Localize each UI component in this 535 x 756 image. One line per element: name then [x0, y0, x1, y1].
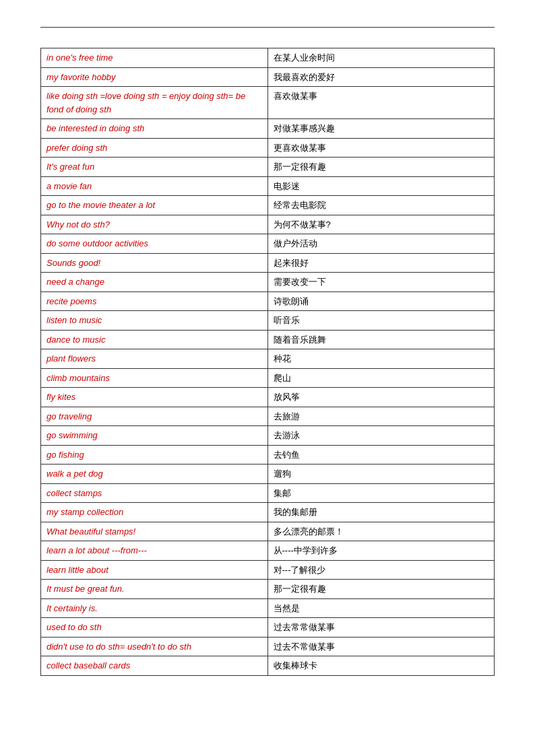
chinese-translation: 过去不常做某事	[268, 637, 495, 656]
english-phrase: listen to music	[41, 311, 268, 331]
table-row: a movie fan电影迷	[41, 176, 495, 196]
top-divider	[40, 27, 495, 28]
english-phrase: plant flowers	[41, 349, 268, 369]
chinese-translation: 诗歌朗诵	[268, 291, 495, 311]
english-phrase: collect stamps	[41, 483, 268, 503]
english-phrase: walk a pet dog	[41, 465, 268, 484]
table-row: It must be great fun.那一定很有趣	[41, 580, 495, 599]
english-phrase: Sounds good!	[41, 253, 268, 273]
english-phrase: used to do sth	[41, 618, 268, 638]
english-phrase: climb mountains	[41, 368, 268, 388]
english-phrase: It must be great fun.	[41, 580, 268, 599]
table-row: go traveling去旅游	[41, 407, 495, 426]
table-row: go to the movie theater a lot经常去电影院	[41, 196, 495, 215]
english-phrase: dance to music	[41, 330, 268, 349]
chinese-translation: 更喜欢做某事	[268, 138, 495, 158]
chinese-translation: 放风筝	[268, 388, 495, 407]
english-phrase: Why not do sth?	[41, 215, 268, 234]
table-row: my stamp collection我的集邮册	[41, 503, 495, 522]
chinese-translation: 起来很好	[268, 253, 495, 273]
table-row: What beautiful stamps!多么漂亮的邮票！	[41, 522, 495, 541]
chinese-translation: 过去常常做某事	[268, 618, 495, 638]
english-phrase: recite poems	[41, 291, 268, 311]
english-phrase: in one's free time	[41, 48, 268, 68]
table-row: learn a lot about ---from---从----中学到许多	[41, 541, 495, 561]
chinese-translation: 收集棒球卡	[268, 656, 495, 676]
table-row: dance to music随着音乐跳舞	[41, 330, 495, 349]
chinese-translation: 在某人业余时间	[268, 48, 495, 68]
chinese-translation: 种花	[268, 349, 495, 369]
english-phrase: a movie fan	[41, 176, 268, 196]
chinese-translation: 从----中学到许多	[268, 541, 495, 561]
english-phrase: didn't use to do sth= usedn't to do sth	[41, 637, 268, 656]
chinese-translation: 对做某事感兴趣	[268, 119, 495, 139]
table-row: do some outdoor activities做户外活动	[41, 234, 495, 254]
chinese-translation: 集邮	[268, 483, 495, 503]
english-phrase: do some outdoor activities	[41, 234, 268, 254]
chinese-translation: 经常去电影院	[268, 196, 495, 215]
english-phrase: collect baseball cards	[41, 656, 268, 676]
table-row: listen to music听音乐	[41, 311, 495, 331]
chinese-translation: 我的集邮册	[268, 503, 495, 522]
table-row: walk a pet dog遛狗	[41, 465, 495, 484]
table-row: like doing sth =love doing sth = enjoy d…	[41, 87, 495, 119]
table-row: be interested in doing sth对做某事感兴趣	[41, 119, 495, 139]
table-row: didn't use to do sth= usedn't to do sth过…	[41, 637, 495, 656]
table-row: prefer doing sth更喜欢做某事	[41, 138, 495, 158]
table-row: go swimming去游泳	[41, 426, 495, 446]
chinese-translation: 去旅游	[268, 407, 495, 426]
english-phrase: go swimming	[41, 426, 268, 446]
english-phrase: It certainly is.	[41, 598, 268, 618]
chinese-translation: 为何不做某事?	[268, 215, 495, 234]
chinese-translation: 多么漂亮的邮票！	[268, 522, 495, 541]
english-phrase: prefer doing sth	[41, 138, 268, 158]
table-row: It's great fun那一定很有趣	[41, 158, 495, 177]
vocabulary-table: in one's free time在某人业余时间my favorite hob…	[40, 48, 495, 676]
chinese-translation: 那一定很有趣	[268, 158, 495, 177]
chinese-translation: 当然是	[268, 598, 495, 618]
chinese-translation: 喜欢做某事	[268, 87, 495, 119]
table-row: learn little about对---了解很少	[41, 560, 495, 580]
table-row: in one's free time在某人业余时间	[41, 48, 495, 68]
table-row: collect stamps集邮	[41, 483, 495, 503]
table-row: need a change需要改变一下	[41, 273, 495, 292]
english-phrase: need a change	[41, 273, 268, 292]
chinese-translation: 对---了解很少	[268, 560, 495, 580]
table-row: Sounds good!起来很好	[41, 253, 495, 273]
table-row: recite poems诗歌朗诵	[41, 291, 495, 311]
english-phrase: my stamp collection	[41, 503, 268, 522]
english-phrase: my favorite hobby	[41, 67, 268, 87]
table-row: It certainly is.当然是	[41, 598, 495, 618]
english-phrase: learn little about	[41, 560, 268, 580]
english-phrase: go to the movie theater a lot	[41, 196, 268, 215]
chinese-translation: 我最喜欢的爱好	[268, 67, 495, 87]
table-row: my favorite hobby我最喜欢的爱好	[41, 67, 495, 87]
table-row: Why not do sth?为何不做某事?	[41, 215, 495, 234]
table-row: go fishing去钓鱼	[41, 445, 495, 465]
english-phrase: learn a lot about ---from---	[41, 541, 268, 561]
chinese-translation: 随着音乐跳舞	[268, 330, 495, 349]
chinese-translation: 需要改变一下	[268, 273, 495, 292]
english-phrase: like doing sth =love doing sth = enjoy d…	[41, 87, 268, 119]
chinese-translation: 爬山	[268, 368, 495, 388]
chinese-translation: 去钓鱼	[268, 445, 495, 465]
chinese-translation: 听音乐	[268, 311, 495, 331]
chinese-translation: 那一定很有趣	[268, 580, 495, 599]
english-phrase: What beautiful stamps!	[41, 522, 268, 541]
table-row: fly kites放风筝	[41, 388, 495, 407]
chinese-translation: 遛狗	[268, 465, 495, 484]
chinese-translation: 去游泳	[268, 426, 495, 446]
table-row: plant flowers种花	[41, 349, 495, 369]
english-phrase: go fishing	[41, 445, 268, 465]
table-row: used to do sth过去常常做某事	[41, 618, 495, 638]
english-phrase: fly kites	[41, 388, 268, 407]
english-phrase: be interested in doing sth	[41, 119, 268, 139]
english-phrase: It's great fun	[41, 158, 268, 177]
chinese-translation: 做户外活动	[268, 234, 495, 254]
table-row: collect baseball cards收集棒球卡	[41, 656, 495, 676]
english-phrase: go traveling	[41, 407, 268, 426]
chinese-translation: 电影迷	[268, 176, 495, 196]
table-row: climb mountains爬山	[41, 368, 495, 388]
